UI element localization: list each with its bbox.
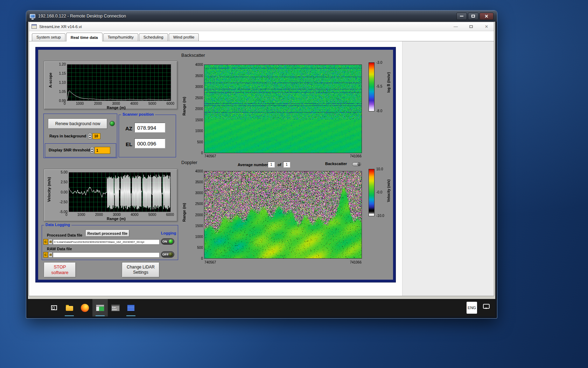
tick-label: 2000 [94, 102, 102, 105]
backscatter-heatmap [204, 65, 362, 153]
backscatter-toggle[interactable] [352, 162, 361, 166]
doppler-colorbar-label: Velocity (m/s) [387, 179, 391, 202]
backscatter-y-label: Range (m) [182, 97, 186, 116]
rdp-title: 192.168.0.122 - Remote Desktop Connectio… [38, 14, 455, 19]
tick-label: 6000 [167, 102, 174, 105]
colorbar-tick: -3.0 [376, 61, 382, 64]
processed-browse-icon[interactable] [48, 239, 52, 245]
colorbar-tick: 10.0 [376, 167, 383, 171]
snr-threshold-label: Display SNR threshold [49, 148, 90, 152]
maximize-icon [469, 25, 473, 28]
ascope-x-label: Range (m) [88, 105, 144, 110]
stop-software-button[interactable]: STOP software [44, 262, 76, 278]
ascope-plot [67, 64, 171, 101]
velocity-y-label: Velocity (m/s) [47, 177, 51, 202]
app-titlebar[interactable]: StreamLine XR v14-6.vi — ✕ [29, 22, 494, 31]
desktop: { "rdp": { "title": "192.168.0.122 - Rem… [0, 0, 588, 368]
logging-label: Logging [160, 231, 177, 235]
snr-spinner[interactable] [90, 147, 94, 153]
processed-drive-box[interactable]: C [43, 239, 48, 245]
tab-temp-humidity[interactable]: Temp/humidity [103, 33, 138, 41]
restart-processed-file-button[interactable]: Restart processed file [85, 230, 130, 237]
velocity-x-axis: 0100020003000400050006000 [65, 213, 174, 217]
tab-real-time-data[interactable]: Real time data [66, 33, 103, 41]
az-label: AZ [125, 125, 132, 131]
remote-taskbar: Scansched ENG [28, 299, 495, 316]
scan-scheduler-button[interactable]: Scansched [108, 299, 123, 316]
of-label: of [278, 163, 281, 167]
tick-label: 500 [197, 140, 203, 144]
settings-line2: Settings [133, 270, 148, 275]
tick-label: 0 [65, 213, 68, 217]
tick-label: 500 [197, 246, 203, 250]
raw-logging-switch[interactable]: OFF [161, 251, 174, 258]
average-number-label: Average number [238, 163, 268, 167]
tab-wind-profile[interactable]: Wind profile [169, 33, 199, 41]
rdp-maximize-button[interactable] [468, 13, 478, 20]
tab-strip: System setup Real time data Temp/humidit… [32, 32, 200, 41]
tab-scheduling[interactable]: Scheduling [139, 33, 168, 41]
rdp-minimize-button[interactable] [456, 13, 467, 20]
tick-label: 5000 [148, 102, 156, 105]
backscatter-y-axis: 40003500300025002000150010005000 [188, 63, 203, 155]
off-indicator [169, 252, 173, 257]
el-value: 000.096 [134, 138, 165, 148]
processed-logging-switch[interactable]: ON [161, 238, 174, 245]
backscatter-x-end: 741066 [327, 154, 362, 158]
colorbar-tick: -5.5 [376, 84, 382, 88]
tick-label: 5000 [148, 213, 156, 217]
firefox-button[interactable] [77, 299, 92, 316]
tick-label: 4000 [131, 213, 138, 217]
rdp-titlebar[interactable]: 192.168.0.122 - Remote Desktop Connectio… [26, 11, 497, 22]
minimize-icon [460, 16, 463, 16]
backscatter-title: Backscatter [181, 53, 205, 58]
lidar-panel: 1.201.151.101.050.99 A-scope 01000200030… [35, 47, 396, 282]
rdp-close-button[interactable]: ✕ [479, 13, 493, 20]
tick-label: 4000 [130, 102, 138, 105]
colorbar-tick: -0.0 [376, 190, 382, 194]
scan-scheduler-icon: Scansched [111, 305, 120, 311]
doppler-x-end: 741066 [327, 260, 362, 264]
ascope-x-axis: 0100020003000400050006000 [64, 102, 174, 105]
tick-label: 1000 [77, 213, 85, 217]
raw-browse-icon[interactable] [48, 252, 52, 258]
snr-value-field[interactable]: 1 [94, 147, 110, 154]
app-window: StreamLine XR v14-6.vi — ✕ System setup … [29, 22, 494, 296]
renew-background-button[interactable]: Renew background now [48, 118, 107, 129]
ascope-y-axis: 1.201.151.101.050.99 [54, 62, 66, 103]
task-view-button[interactable] [46, 299, 62, 316]
scanner-position-group: Scanner position AZ 078.994 EL 000.096 [119, 115, 176, 157]
notification-chat-icon[interactable] [483, 304, 490, 309]
tick-label: 5.00 [61, 170, 68, 174]
tab-system-setup[interactable]: System setup [32, 33, 65, 41]
rays-spinner[interactable] [88, 133, 92, 139]
app-close-button[interactable]: ✕ [482, 24, 491, 29]
file-explorer-button[interactable] [62, 299, 77, 316]
tick-label: 0 [201, 257, 203, 260]
doppler-y-axis: 40003500300025002000150010005000 [188, 169, 203, 260]
raw-path-field[interactable] [53, 252, 160, 258]
doppler-x-start: 740567 [204, 260, 216, 264]
average-count-field[interactable]: 1 [283, 162, 290, 168]
doppler-colorbar [369, 169, 374, 216]
scan-icon-text2: sched [112, 308, 117, 311]
change-lidar-settings-button[interactable]: Change LiDAR Settings [122, 262, 160, 278]
ascope-plot-group: 1.201.151.101.050.99 A-scope 01000200030… [44, 61, 177, 109]
colorbar-tick: -10.0 [376, 214, 384, 218]
language-indicator[interactable]: ENG [467, 302, 477, 314]
schedule-app-button[interactable] [123, 299, 139, 316]
tick-label: 2000 [195, 107, 203, 111]
streamline-app-button[interactable] [92, 299, 108, 316]
app-maximize-button[interactable] [466, 24, 476, 29]
running-indicator [96, 315, 105, 316]
settings-line1: Change LiDAR [127, 265, 155, 270]
raw-drive-box[interactable]: C [43, 252, 48, 258]
processed-path-field[interactable]: C:\Lidar\Data\Proc\2023\202309\20230907\… [53, 239, 160, 245]
task-view-icon [51, 305, 57, 310]
average-number-field[interactable]: 1 [268, 162, 275, 168]
rays-value-field[interactable]: 10 [92, 133, 100, 139]
tick-label: 1000 [195, 235, 203, 239]
backscatter-colorbar-label: log B (/m/sr) [387, 72, 391, 93]
app-minimize-button[interactable]: — [451, 24, 461, 29]
tick-label: 0 [64, 102, 66, 105]
